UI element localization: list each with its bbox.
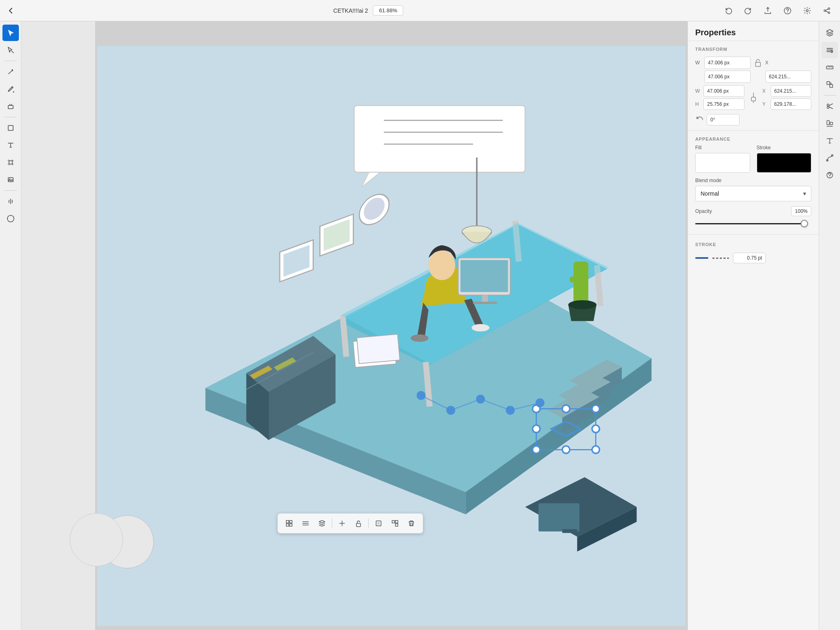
- svg-point-33: [472, 324, 490, 331]
- fill-label: Fill: [695, 145, 750, 151]
- svg-rect-88: [286, 524, 289, 526]
- x-display[interactable]: 624.215...: [771, 85, 812, 97]
- transform-wx-row: W X: [688, 55, 819, 71]
- float-delete-btn[interactable]: [404, 516, 419, 531]
- settings-button[interactable]: [801, 4, 814, 17]
- far-right-ruler[interactable]: [822, 59, 838, 75]
- stroke-solid-line[interactable]: [695, 257, 708, 259]
- tool-pencil[interactable]: [2, 81, 19, 97]
- far-right-path[interactable]: [822, 150, 838, 166]
- svg-point-71: [592, 446, 599, 453]
- svg-rect-87: [290, 520, 292, 523]
- svg-rect-85: [562, 529, 577, 533]
- stroke-width-value[interactable]: 0.75 pt: [733, 253, 766, 263]
- toolbar-divider-1: [5, 61, 17, 61]
- far-right-scissors[interactable]: [822, 98, 838, 114]
- stroke-section: STROKE 0.75 pt: [688, 234, 819, 268]
- float-grid-btn[interactable]: [282, 516, 297, 531]
- blend-mode-select[interactable]: Normal Multiply Screen Overlay: [695, 186, 811, 201]
- w-display[interactable]: 47.006 px: [703, 85, 744, 97]
- tool-artboard[interactable]: [2, 154, 19, 171]
- help-button[interactable]: [781, 4, 794, 17]
- blend-select-wrapper: Normal Multiply Screen Overlay ▼: [695, 186, 811, 201]
- svg-point-1: [787, 12, 788, 13]
- float-group-btn[interactable]: [388, 516, 402, 531]
- stroke-section-title: STROKE: [688, 236, 819, 250]
- tool-eraser[interactable]: [2, 98, 19, 114]
- tool-pen[interactable]: [2, 64, 19, 80]
- illustration-svg: [97, 46, 685, 626]
- opacity-thumb[interactable]: [801, 220, 808, 227]
- float-divider-2: [368, 518, 369, 528]
- x-label: X: [765, 60, 812, 66]
- opacity-value[interactable]: 100%: [791, 206, 811, 216]
- far-right-align[interactable]: [822, 115, 838, 132]
- svg-point-68: [592, 425, 599, 433]
- lock-col: [747, 85, 760, 110]
- tool-distribute[interactable]: [2, 193, 19, 210]
- stroke-swatch[interactable]: [757, 153, 812, 173]
- far-right-transform[interactable]: [822, 76, 838, 93]
- tool-select[interactable]: [2, 25, 19, 41]
- float-divider-1: [332, 518, 332, 528]
- far-right-symbol[interactable]: [822, 167, 838, 183]
- svg-rect-9: [8, 126, 13, 130]
- w-value[interactable]: 47.006 px: [704, 71, 751, 83]
- svg-rect-99: [826, 66, 833, 69]
- back-button[interactable]: [7, 7, 15, 15]
- float-align-btn[interactable]: [298, 516, 313, 531]
- w-input[interactable]: [704, 57, 751, 69]
- svg-point-2: [806, 9, 808, 11]
- far-right-layers[interactable]: [822, 25, 838, 41]
- export-button[interactable]: [761, 4, 774, 17]
- svg-rect-36: [482, 295, 488, 302]
- appearance-section: APPEARANCE Fill Stroke: [688, 130, 819, 178]
- blend-label: Blend mode: [695, 178, 811, 183]
- tool-direct-select[interactable]: [2, 42, 19, 58]
- left-toolbar: [0, 21, 21, 630]
- svg-point-103: [827, 107, 829, 109]
- canvas-area[interactable]: [21, 21, 687, 630]
- floating-toolbar: [277, 513, 423, 534]
- svg-rect-105: [830, 122, 833, 125]
- stroke-dashed-line[interactable]: [712, 258, 729, 259]
- x-value[interactable]: 624.215...: [765, 71, 812, 83]
- fill-swatch[interactable]: [695, 153, 750, 173]
- lock-icon[interactable]: [753, 59, 763, 67]
- top-bar-center: CETKA!!!!ai 2 61.88%: [333, 5, 404, 16]
- redo-button[interactable]: [742, 4, 755, 17]
- float-mask-btn[interactable]: [371, 516, 386, 531]
- tool-circle[interactable]: [2, 210, 19, 227]
- top-bar: CETKA!!!!ai 2 61.88%: [0, 0, 840, 21]
- svg-rect-10: [9, 161, 12, 164]
- artboard[interactable]: [97, 46, 685, 626]
- svg-point-69: [532, 446, 540, 453]
- blend-section: Blend mode Normal Multiply Screen Overla…: [688, 178, 819, 206]
- float-layers-btn[interactable]: [315, 516, 329, 531]
- undo-button[interactable]: [722, 4, 735, 17]
- tool-image[interactable]: [2, 171, 19, 188]
- rotation-value[interactable]: 0°: [707, 114, 740, 126]
- tool-shape[interactable]: [2, 120, 19, 136]
- svg-point-13: [7, 215, 14, 222]
- far-right-properties[interactable]: [822, 42, 838, 58]
- far-right-type[interactable]: [822, 132, 838, 149]
- zoom-control[interactable]: 61.88%: [373, 5, 403, 16]
- opacity-label: Opacity: [695, 208, 712, 214]
- svg-rect-97: [751, 97, 756, 101]
- svg-rect-100: [827, 82, 830, 84]
- h-display[interactable]: 25.756 px: [703, 98, 744, 110]
- transform-section-title: TRANSFORM: [688, 41, 819, 55]
- svg-rect-37: [473, 302, 497, 304]
- svg-point-31: [429, 251, 455, 281]
- svg-rect-94: [395, 524, 398, 526]
- tool-type[interactable]: [2, 137, 19, 153]
- share-button[interactable]: [820, 4, 833, 17]
- svg-rect-95: [395, 520, 398, 523]
- float-lock-btn[interactable]: [351, 516, 366, 531]
- float-add-btn[interactable]: [335, 516, 349, 531]
- transform-full-grid: W 47.006 px H 25.756 px: [688, 84, 819, 112]
- svg-point-7: [13, 91, 14, 93]
- y-display[interactable]: 629.178...: [771, 98, 812, 110]
- toolbar-divider-3: [5, 190, 17, 191]
